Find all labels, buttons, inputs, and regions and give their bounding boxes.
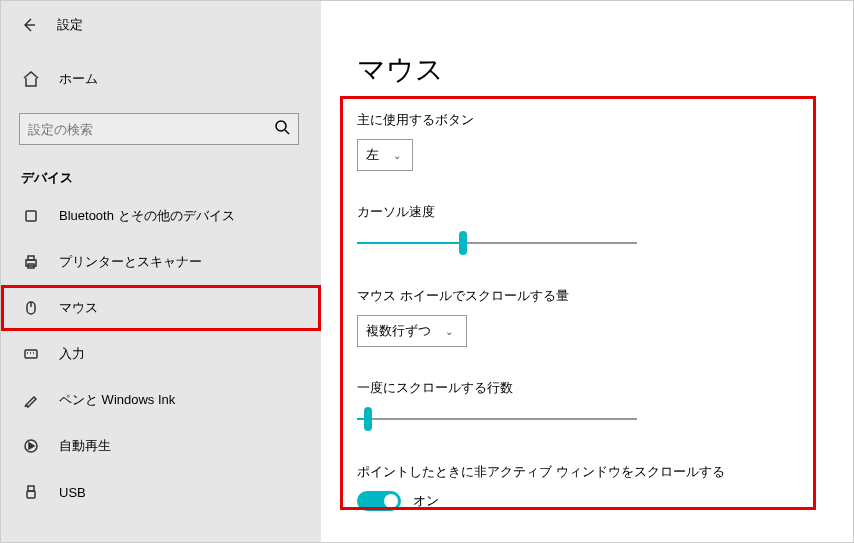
autoplay-icon [21, 436, 41, 456]
primary-button-label: 主に使用するボタン [357, 111, 817, 129]
sidebar-item-printers[interactable]: プリンターとスキャナー [1, 239, 321, 285]
home-label: ホーム [59, 70, 98, 88]
cursor-speed-group: カーソル速度 [357, 203, 817, 255]
bluetooth-icon [21, 206, 41, 226]
sidebar-item-mouse[interactable]: マウス [1, 285, 321, 331]
chevron-down-icon: ⌄ [393, 150, 401, 161]
lines-at-once-slider[interactable] [357, 407, 637, 431]
mouse-icon [21, 298, 41, 318]
primary-button-select[interactable]: 左 ⌄ [357, 139, 413, 171]
lines-at-once-group: 一度にスクロールする行数 [357, 379, 817, 431]
svg-rect-1 [26, 211, 36, 221]
inactive-scroll-label: ポイントしたときに非アクティブ ウィンドウをスクロールする [357, 463, 817, 481]
inactive-scroll-group: ポイントしたときに非アクティブ ウィンドウをスクロールする オン [357, 463, 817, 511]
window-header: 設定 [1, 1, 321, 49]
svg-point-0 [276, 121, 286, 131]
wheel-scroll-group: マウス ホイールでスクロールする量 複数行ずつ ⌄ [357, 287, 817, 347]
primary-button-group: 主に使用するボタン 左 ⌄ [357, 111, 817, 171]
sidebar-item-label: 自動再生 [59, 437, 111, 455]
chevron-down-icon: ⌄ [445, 326, 453, 337]
wheel-scroll-label: マウス ホイールでスクロールする量 [357, 287, 817, 305]
lines-at-once-label: 一度にスクロールする行数 [357, 379, 817, 397]
slider-track [357, 418, 637, 420]
sidebar-item-label: ペンと Windows Ink [59, 391, 175, 409]
window-title: 設定 [57, 16, 83, 34]
search-box[interactable] [19, 113, 299, 145]
printer-icon [21, 252, 41, 272]
usb-icon [21, 482, 41, 502]
slider-fill [357, 242, 463, 244]
inactive-scroll-toggle[interactable] [357, 491, 401, 511]
wheel-scroll-select[interactable]: 複数行ずつ ⌄ [357, 315, 467, 347]
sidebar-item-label: Bluetooth とその他のデバイス [59, 207, 235, 225]
cursor-speed-slider[interactable] [357, 231, 637, 255]
sidebar-item-bluetooth[interactable]: Bluetooth とその他のデバイス [1, 193, 321, 239]
slider-thumb[interactable] [459, 231, 467, 255]
main-panel: マウス 主に使用するボタン 左 ⌄ カーソル速度 マウス ホイールでスクロールす… [321, 1, 853, 542]
slider-thumb[interactable] [364, 407, 372, 431]
sidebar: 設定 ホーム デバイス Bluetooth とその他のデバイス プリンターとスキ… [1, 1, 321, 542]
keyboard-icon [21, 344, 41, 364]
primary-button-value: 左 [366, 146, 379, 164]
sidebar-item-autoplay[interactable]: 自動再生 [1, 423, 321, 469]
sidebar-item-label: プリンターとスキャナー [59, 253, 202, 271]
svg-rect-7 [25, 350, 37, 358]
home-nav[interactable]: ホーム [1, 59, 321, 99]
search-input[interactable] [28, 122, 274, 137]
arrow-left-icon [21, 17, 37, 33]
sidebar-item-pen[interactable]: ペンと Windows Ink [1, 377, 321, 423]
sidebar-item-typing[interactable]: 入力 [1, 331, 321, 377]
nav-list: Bluetooth とその他のデバイス プリンターとスキャナー マウス 入力 ペ… [1, 193, 321, 515]
back-button[interactable] [17, 13, 41, 37]
wheel-scroll-value: 複数行ずつ [366, 322, 431, 340]
section-title: デバイス [21, 169, 321, 187]
sidebar-item-label: マウス [59, 299, 98, 317]
page-title: マウス [357, 51, 817, 89]
svg-rect-3 [28, 256, 34, 260]
pen-icon [21, 390, 41, 410]
sidebar-item-usb[interactable]: USB [1, 469, 321, 515]
search-icon [274, 119, 290, 139]
home-icon [21, 69, 41, 89]
cursor-speed-label: カーソル速度 [357, 203, 817, 221]
sidebar-item-label: USB [59, 485, 86, 500]
sidebar-item-label: 入力 [59, 345, 85, 363]
inactive-scroll-state: オン [413, 492, 439, 510]
svg-rect-13 [27, 491, 35, 498]
